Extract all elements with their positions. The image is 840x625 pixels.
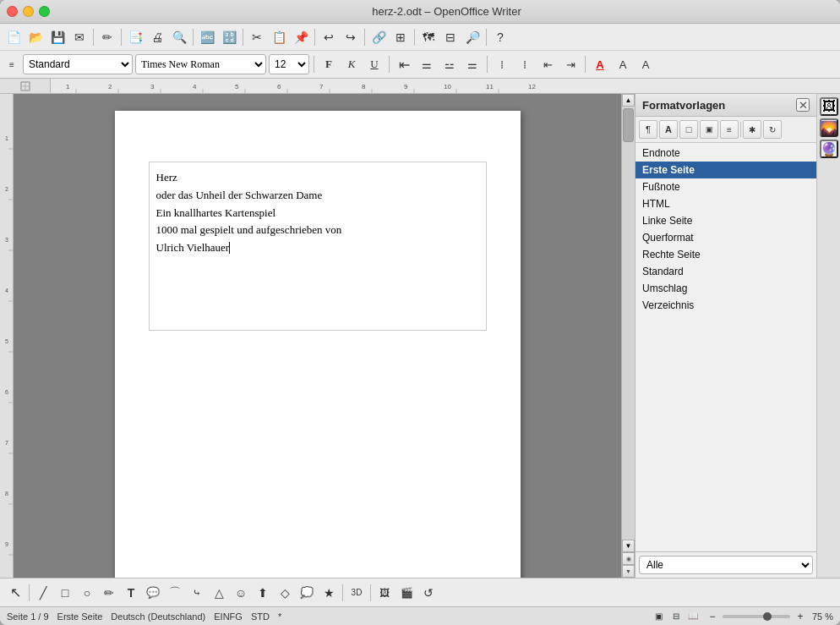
email-button[interactable]: ✉	[69, 27, 90, 47]
style-item[interactable]: Linke Seite	[635, 212, 816, 229]
undo-button[interactable]: ↩	[319, 27, 339, 47]
char-spacing-button[interactable]: A	[635, 54, 656, 74]
print-preview-button[interactable]: 🔍	[169, 27, 189, 47]
navigator-button[interactable]: 🗺	[418, 27, 439, 47]
open-button[interactable]: 📂	[25, 27, 46, 47]
ellipse-tool-button[interactable]: ○	[77, 583, 97, 603]
scroll-up-button[interactable]: ▲	[622, 94, 635, 107]
rect-tool-button[interactable]: □	[55, 583, 75, 603]
style-item[interactable]: HTML	[635, 195, 816, 212]
paste-button[interactable]: 📌	[291, 27, 311, 47]
frame-styles-button[interactable]: □	[679, 120, 698, 139]
zoom-in-button[interactable]: +	[794, 610, 807, 623]
print-button[interactable]: 🖨	[147, 27, 167, 47]
paragraph-style-select[interactable]: Standard	[23, 54, 133, 74]
style-item[interactable]: Verzeichnis	[635, 297, 816, 314]
export-pdf-button[interactable]: 📑	[125, 27, 145, 47]
curve-tool-button[interactable]: ⌒	[165, 583, 185, 603]
stars-button[interactable]: ★	[319, 583, 339, 603]
freeform-tool-button[interactable]: ✏	[99, 583, 119, 603]
align-justify-button[interactable]: ⚌	[462, 54, 483, 74]
flowchart-button[interactable]: ◇	[275, 583, 295, 603]
list-ordered-button[interactable]: ⁞	[515, 54, 535, 74]
highlight-button[interactable]: A	[613, 54, 633, 74]
bold-button[interactable]: F	[319, 54, 339, 74]
redo-button[interactable]: ↪	[341, 27, 361, 47]
callouts-button[interactable]: 💭	[297, 583, 317, 603]
close-button[interactable]	[7, 6, 18, 17]
scroll-down-button[interactable]: ▼	[622, 540, 635, 552]
style-item[interactable]: Standard	[635, 263, 816, 280]
para-styles-button[interactable]: ¶	[639, 120, 657, 139]
data-sources-button[interactable]: ⊟	[440, 27, 461, 47]
zoom-slider[interactable]	[723, 615, 790, 618]
scroll-to-prev-button[interactable]: ◉	[622, 552, 635, 565]
scroll-thumb[interactable]	[623, 108, 634, 142]
style-item[interactable]: Fußnote	[635, 178, 816, 195]
images-side-button[interactable]: 🌄	[820, 118, 838, 137]
copy-button[interactable]: 📋	[269, 27, 289, 47]
style-item[interactable]: Endnote	[635, 145, 816, 162]
minimize-button[interactable]	[23, 6, 34, 17]
new-button[interactable]: 📄	[3, 27, 24, 47]
help-button[interactable]: ?	[490, 27, 510, 47]
single-page-view-button[interactable]: ▣	[652, 610, 667, 623]
svg-text:1: 1	[5, 135, 8, 141]
list-styles-button[interactable]: ≡	[720, 120, 739, 139]
underline-button[interactable]: U	[364, 54, 385, 74]
rotate-button[interactable]: ↺	[418, 583, 439, 603]
autocorrect-button[interactable]: 🔡	[219, 27, 239, 47]
style-item[interactable]: Erste Seite	[635, 162, 816, 178]
callout-tool-button[interactable]: 💬	[143, 583, 163, 603]
text-tool-button[interactable]: T	[121, 583, 141, 603]
increase-indent-button[interactable]: ⇥	[560, 54, 581, 74]
hyperlink-button[interactable]: 🔗	[368, 27, 389, 47]
new-style-button[interactable]: ✱	[743, 120, 761, 139]
beamer-side-button[interactable]: 🔮	[820, 140, 838, 158]
styles-panel-close-button[interactable]: ✕	[796, 98, 810, 112]
edit-file-button[interactable]: ✏	[97, 27, 117, 47]
movie-insert-button[interactable]: 🎬	[396, 583, 417, 603]
align-right-button[interactable]: ⚍	[439, 54, 460, 74]
align-center-button[interactable]: ⚌	[417, 54, 437, 74]
style-item[interactable]: Rechte Seite	[635, 246, 816, 263]
image-insert-button[interactable]: 🖼	[374, 583, 395, 603]
status-right: ▣ ⊟ 📖 − + 75 %	[652, 610, 833, 623]
font-name-select[interactable]: Times New Roman	[135, 54, 266, 74]
two-page-view-button[interactable]: ⊟	[668, 610, 684, 623]
style-item[interactable]: Querformat	[635, 229, 816, 246]
find-bar-button[interactable]: 🔎	[462, 27, 483, 47]
list-unordered-button[interactable]: ⁞	[492, 54, 512, 74]
update-style-button[interactable]: ↻	[763, 120, 782, 139]
block-arrows-button[interactable]: ⬆	[253, 583, 273, 603]
doc-scroll-area[interactable]: Herz oder das Unheil der Schwarzen Dame …	[14, 94, 621, 578]
align-left-button[interactable]: ⇤	[394, 54, 414, 74]
symbol-shapes-button[interactable]: ☺	[231, 583, 251, 603]
scroll-to-next-button[interactable]: ▼	[622, 565, 635, 578]
shapes-tool-button[interactable]: △	[209, 583, 229, 603]
styles-filter-select[interactable]: Alle Absatzvorlagen Zeichenvorlagen Rahm…	[639, 556, 813, 574]
3d-effects-button[interactable]: 3D	[346, 583, 367, 603]
line-tool-button[interactable]: ╱	[33, 583, 53, 603]
zoom-thumb[interactable]	[763, 612, 772, 621]
page-text-area[interactable]: Herz oder das Unheil der Schwarzen Dame …	[149, 162, 487, 331]
style-item[interactable]: Umschlag	[635, 280, 816, 297]
decrease-indent-button[interactable]: ⇤	[537, 54, 558, 74]
zoom-out-button[interactable]: −	[706, 610, 719, 623]
vertical-scrollbar[interactable]: ▲ ▼ ◉ ▼	[621, 94, 635, 578]
page-styles-button[interactable]: ▣	[700, 120, 718, 139]
book-view-button[interactable]: 📖	[685, 610, 701, 623]
cut-button[interactable]: ✂	[247, 27, 267, 47]
maximize-button[interactable]	[39, 6, 50, 17]
gallery-side-button[interactable]: 🖼	[820, 97, 838, 116]
font-color-button[interactable]: A	[590, 54, 610, 74]
font-size-select[interactable]: 12	[269, 54, 309, 74]
spellcheck-button[interactable]: 🔤	[197, 27, 217, 47]
styles-panel-toggle[interactable]: ≡	[3, 54, 20, 74]
connector-tool-button[interactable]: ⤷	[187, 583, 207, 603]
select-tool-button[interactable]: ↖	[5, 583, 25, 603]
char-styles-button[interactable]: A	[659, 120, 678, 139]
table-button[interactable]: ⊞	[390, 27, 411, 47]
italic-button[interactable]: K	[341, 54, 362, 74]
save-button[interactable]: 💾	[47, 27, 68, 47]
